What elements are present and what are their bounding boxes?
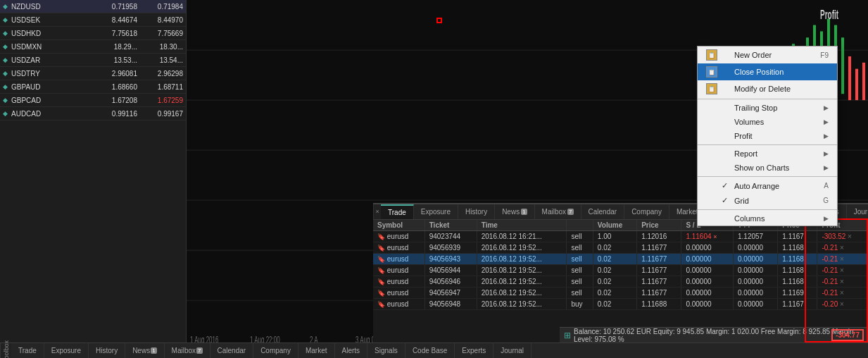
profit-value: -304.77 [831,329,864,341]
context-menu-item[interactable]: ✓Auto ArrangeA [698,178,837,193]
cell-profit: -0.21 × [817,288,868,299]
symbol-row[interactable]: ◆ AUDCAD 0.99116 0.99167 [0,107,186,121]
footer-tab-calendar[interactable]: Calendar [210,343,254,358]
tab-trade[interactable]: Trade [381,204,414,219]
footer-tab-journal[interactable]: Journal [493,343,532,358]
tab-company[interactable]: Company [624,204,669,219]
symbol-ask: 0.99167 [137,110,183,118]
symbol-arrow: ◆ [3,43,10,50]
profit-close[interactable]: × [840,300,844,308]
tab-news1[interactable]: News 1 [495,204,534,219]
cell-profit: -0.21 × [817,254,868,265]
sl-value: 0.00000 [686,244,711,252]
cell-symbol: 🔖 eurusd [373,265,424,276]
context-menu-item[interactable]: Volumes▶ [698,115,837,129]
symbol-name: GBPCAD [11,97,92,104]
menu-item-label: Volumes [734,118,764,126]
footer-tab-company[interactable]: Company [253,343,298,358]
symbol-row[interactable]: ◆ USDMXN 18.29... 18.30... [0,40,186,54]
cell-profit: -0.20 × [817,299,868,310]
cell-type: buy [567,299,593,310]
cell-time: 2016.08.12 19:52... [477,276,567,288]
cell-volume: 0.02 [593,242,636,254]
table-row[interactable]: 🔖 eurusd 94056948 2016.08.12 19:52... bu… [373,299,868,310]
tab-history[interactable]: History [458,204,495,219]
sl-close[interactable]: × [713,233,717,240]
table-row[interactable]: 🔖 eurusd 94056943 2016.08.12 19:52... se… [373,254,868,265]
context-menu-item[interactable]: Columns▶ [698,211,837,226]
symbol-row[interactable]: ◆ NZDUSD 0.71958 0.71984 [0,0,186,13]
cell-ticket: 94056944 [424,265,477,276]
footer-tab-experts[interactable]: Experts [455,343,493,358]
trade-table-container[interactable]: Symbol Ticket Time Volume Price S / L T … [373,220,868,342]
symbol-ask: 18.30... [137,43,183,51]
close-position-icon: 📋 [706,66,717,78]
col-header-price: Price [637,220,681,231]
profit-close[interactable]: × [840,289,844,297]
submenu-arrow: ▶ [824,150,829,157]
menu-item-label: Columns [734,214,765,223]
symbol-row[interactable]: ◆ USDHKD 7.75618 7.75669 [0,27,186,40]
cell-current-price: 1.1168 [778,242,817,254]
footer-mailbox-badge: 7 [196,347,202,354]
footer-tab-alerts[interactable]: Alerts [335,343,368,358]
cell-volume: 1.00 [593,231,636,242]
profit-close[interactable]: × [840,278,844,285]
profit-close[interactable]: × [840,266,844,274]
context-menu-item[interactable]: ✓GridG [698,193,837,208]
symbol-row[interactable]: ◆ GBPCAD 1.67208 1.67259 [0,94,186,107]
symbol-name: USDHKD [11,30,92,37]
footer-tab-news[interactable]: News1 [125,343,164,358]
profit-close[interactable]: × [848,233,852,240]
context-menu-item[interactable]: Show on Charts▶ [698,161,837,175]
menu-item-label: Report [734,149,757,158]
context-menu-item[interactable]: 📋Close Position [698,63,837,80]
symbol-row[interactable]: ◆ USDZAR 13.53... 13.54... [0,54,186,67]
cell-profit: -0.21 × [817,276,868,288]
sl-value: 0.00000 [686,266,711,274]
cell-price: 1.11677 [637,276,681,288]
footer-tab-trade[interactable]: Trade [11,343,44,358]
cell-type: sell [567,242,593,254]
symbol-arrow: ◆ [3,110,10,117]
cell-tp: 0.00000 [734,265,778,276]
cell-symbol: 🔖 eurusd [373,254,424,265]
submenu-arrow: ▶ [824,164,829,171]
table-row[interactable]: 🔖 eurusd 94056947 2016.08.12 19:52... se… [373,288,868,299]
context-menu-item[interactable]: Trailing Stop▶ [698,101,837,115]
context-menu-item[interactable]: 📋Modify or Delete [698,80,837,97]
footer-tab-codebase[interactable]: Code Base [405,343,455,358]
context-menu-item[interactable]: Profit▶ [698,129,837,143]
footer-tab-signals[interactable]: Signals [367,343,405,358]
footer-tab-market[interactable]: Market [298,343,335,358]
tab-exposure[interactable]: Exposure [414,204,458,219]
tab-calendar[interactable]: Calendar [581,204,625,219]
symbol-row[interactable]: ◆ USDTRY 2.96081 2.96298 [0,67,186,80]
cell-price: 1.11677 [637,288,681,299]
context-menu-item[interactable]: Report▶ [698,147,837,161]
context-menu-item[interactable]: 📋New OrderF9 [698,47,837,63]
cell-volume: 0.02 [593,299,636,310]
cell-symbol: 🔖 eurusd [373,242,424,254]
tab-mailbox[interactable]: Mailbox 7 [535,204,581,219]
table-row[interactable]: 🔖 eurusd 94056946 2016.08.12 19:52... se… [373,276,868,288]
footer-tab-history[interactable]: History [89,343,125,358]
context-menu: 📋New OrderF9📋Close Position📋Modify or De… [697,46,838,226]
symbol-bid: 0.71958 [92,3,137,11]
table-row[interactable]: 🔖 eurusd 94056944 2016.08.12 19:52... se… [373,265,868,276]
symbol-arrow: ◆ [3,56,10,63]
cell-tp: 1.12057 [734,231,778,242]
table-row[interactable]: 🔖 eurusd 94023744 2016.08.12 16:21... se… [373,231,868,242]
symbol-row[interactable]: ◆ GBPAUD 1.68660 1.68711 [0,80,186,94]
table-row[interactable]: 🔖 eurusd 94056939 2016.08.12 19:52... se… [373,242,868,254]
profit-close[interactable]: × [840,244,844,252]
footer-tab-mailbox[interactable]: Mailbox7 [165,343,210,358]
tab-journal[interactable]: Journal [847,204,868,219]
cell-sl: 1.11604 × [681,231,734,242]
col-header-volume: Volume [593,220,636,231]
cell-current-price: 1.1168 [778,265,817,276]
profit-close[interactable]: × [840,255,844,263]
symbol-row[interactable]: ◆ USDSEK 8.44674 8.44970 [0,13,186,27]
footer-tab-exposure[interactable]: Exposure [44,343,89,358]
left-panel: ◆ NZDUSD 0.71958 0.71984 ◆ USDSEK 8.4467… [0,0,187,358]
